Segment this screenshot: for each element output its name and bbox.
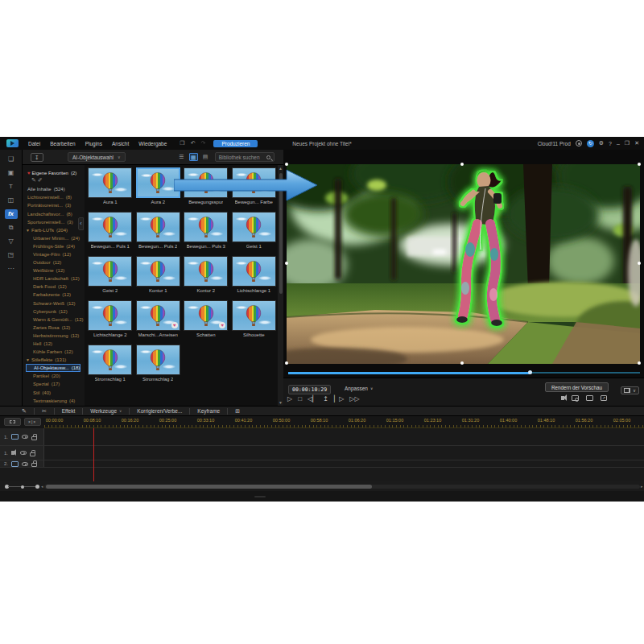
pen-tool-icon[interactable]: ✎ [22,408,27,415]
split-scissors-icon[interactable]: ✂ [42,408,47,415]
category-item[interactable]: ♥ Farbakzente (12) [26,291,85,299]
grid-view-icon[interactable]: ▦ [189,153,198,161]
category-item[interactable]: ♥ HDR Landschaft (12) [26,275,85,283]
play-button[interactable]: ▷ [287,395,292,402]
zoom-in-dot[interactable] [35,485,39,489]
category-item[interactable]: ♥ Sportvoreinstell... (3) [26,218,85,226]
category-item[interactable]: ♥ Zartes Rosa (12) [26,324,85,332]
category-item[interactable]: ♥ Landschaftsvor... (8) [26,209,85,217]
timeline-track[interactable]: 1. [0,446,644,460]
category-item[interactable]: ♥ Outdoor (12) [26,258,85,266]
tools-dropdown[interactable]: Werkzeuge [90,408,117,414]
minimize-button[interactable]: – [617,141,620,147]
import-media-button[interactable]: ↧ [31,153,43,162]
effect-thumbnail[interactable]: ♥ Marschi...Ameisen [134,300,183,345]
menu-item[interactable]: Datei [28,141,40,147]
track-lock-icon[interactable] [31,436,37,440]
particle-room-icon[interactable]: ▽ [5,237,18,246]
selection-handle[interactable] [285,262,288,265]
window-switch-icon[interactable]: ❐ [180,140,184,147]
previous-frame-button[interactable]: ◁▏ [308,395,317,402]
selection-handle[interactable] [460,163,464,166]
next-frame-button[interactable]: ▏▷ [334,395,344,402]
keyframe-grid-icon[interactable]: ⊞ [235,408,240,415]
selection-handle[interactable] [285,361,288,365]
selection-handle[interactable] [638,262,641,265]
snapshot-button[interactable]: ↥ [323,395,328,402]
track-lock-icon[interactable] [31,463,37,467]
timeline-ruler[interactable]: ×|× 00:00:0000:08:1000:16:2000:25:0000:3… [0,416,644,428]
track-lock-icon[interactable] [30,452,35,456]
menu-item[interactable]: Wiedergabe [138,141,167,147]
category-item[interactable]: ♥ ✎ ✐ [26,177,85,185]
selection-handle[interactable] [285,163,288,166]
list-view-icon[interactable]: ☰ [177,153,186,161]
category-item[interactable]: ♥ Visuell (38) [26,405,85,406]
timeline-track[interactable]: 2. [0,460,644,468]
timeline-track[interactable]: 1. [0,428,644,446]
collection-dropdown[interactable]: AI-Objektauswahl ∨ [68,152,126,162]
category-item[interactable]: ♥ Kühle Farben (12) [26,348,85,356]
undock-preview-icon[interactable] [601,395,607,401]
timecode-display[interactable]: 00:00:10:29 [288,385,331,394]
seek-bar[interactable] [288,371,640,374]
category-item[interactable]: ♥ Dark Food (12) [26,283,85,291]
scroll-left-icon[interactable]: ◂ [41,484,43,489]
stop-button[interactable]: □ [298,395,302,402]
category-item[interactable]: ♥ Spezial (17) [26,380,85,388]
category-item[interactable]: ♥ Lichtvoreinstell... (8) [26,193,85,201]
menu-item[interactable]: Plugins [85,141,102,147]
restore-button[interactable]: ❐ [625,140,630,147]
category-item[interactable]: ♥ Weißtöne (12) [26,266,85,275]
video-preview[interactable] [287,164,640,364]
subtitle-room-icon[interactable]: ◳ [5,250,18,260]
panel-resize-handle[interactable] [254,496,266,497]
selection-handle[interactable] [638,361,641,365]
intro-room-icon[interactable]: ▣ [5,168,18,178]
timeline-scrollbar-thumb[interactable] [46,485,372,489]
scroll-right-icon[interactable]: ▸ [641,484,643,489]
category-item[interactable]: ♥ Hell (12) [26,340,85,348]
sync-icon[interactable]: ↻ [587,140,594,147]
snapshot-camera-icon[interactable] [572,395,579,401]
category-item[interactable]: ♥ Frühlings-Stile (24) [26,242,85,250]
library-search-input[interactable]: Bibliothek suchen [215,152,275,162]
category-item[interactable]: ♥ AI-Objektausw... (18) [26,364,80,372]
category-item[interactable]: ♥ Porträtvoreinst... (3) [26,201,85,209]
category-item[interactable]: ♥ Warm & Gemütli... (12) [26,316,85,324]
help-icon[interactable]: ? [609,141,612,147]
undo-icon[interactable]: ↶ [191,140,196,147]
effect-thumbnail[interactable]: ♥ Lichtschlange 1 [230,256,279,300]
effect-thumbnail[interactable]: ♥ Schatten [182,300,230,345]
category-item[interactable]: ♥ Eigene Favoriten (2) [26,169,85,177]
track-visibility-eye-icon[interactable] [22,462,28,466]
category-item[interactable]: ♥ Cyberpunk (12) [26,308,85,316]
range-select-button[interactable] [4,418,21,426]
aspect-ratio-select[interactable]: ∨ [621,386,639,394]
settings-gear-icon[interactable]: ⚙ [599,140,604,147]
more-rooms-icon[interactable]: ⋯ [5,264,18,274]
selection-handle[interactable] [460,361,464,365]
seek-handle[interactable] [528,370,532,374]
category-item[interactable]: ♥ Textmaskierung (4) [26,397,85,405]
effect-thumbnail[interactable]: ♥ Stromschlag 1 [86,345,134,389]
effect-room-icon[interactable]: fx [5,209,18,219]
category-item[interactable]: ♥ Schwarz-Weiß (12) [26,299,85,308]
scroll-down-icon[interactable]: ▼ [278,400,283,405]
panel-collapse-arrow[interactable]: ‹ [78,217,84,230]
category-item[interactable]: ▼ ♥ Stileffekte (131) [26,356,85,364]
effect-thumbnail[interactable]: ♥ Geist 2 [86,256,134,300]
volume-icon[interactable] [561,396,564,400]
fix-enhance-button[interactable]: Korrigieren/Verbe... [137,408,182,414]
effect-thumbnail[interactable]: ♥ Bewegun... Puls 2 [134,212,183,256]
effect-thumbnail[interactable]: ♥ Silhouette [230,300,279,345]
dual-preview-icon[interactable] [586,395,593,401]
category-item[interactable]: ♥ Stil (40) [26,389,85,397]
fast-forward-button[interactable]: ▷▷ [349,395,359,402]
title-room-icon[interactable]: T [5,182,18,192]
category-item[interactable]: ▼ ♥ Farb-LUTs (204) [26,226,85,234]
menu-item[interactable]: Bearbeiten [50,141,75,147]
category-item[interactable]: ♥ Alle Inhalte (524) [26,185,85,193]
category-item[interactable]: ♥ Vintage-Film (12) [26,250,85,258]
menu-item[interactable]: Ansicht [112,141,129,147]
